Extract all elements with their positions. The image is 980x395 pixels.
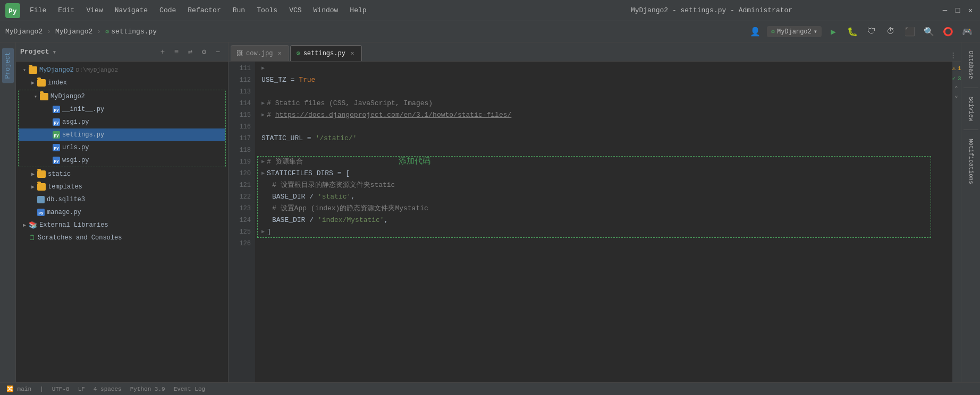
collapse-all-button[interactable]: ≡ [171,46,182,58]
status-indent[interactable]: 4 spaces [91,386,124,392]
tree-item-templates[interactable]: ▶ templates [16,181,228,193]
status-events[interactable]: Event Log [172,386,207,392]
mydjango2-arrow: ▾ [31,93,40,100]
minimize-panel-button[interactable]: − [212,46,224,58]
toolbar: MyDjango2 › MyDjango2 › ⚙ settings.py 👤 … [0,21,980,42]
scroll-chevrons[interactable]: ⌃ ⌄ [952,84,961,100]
run-button[interactable]: ▶ [826,24,841,39]
theme-icon[interactable]: 🎮 [960,24,975,39]
project-tab-label[interactable]: Project [2,48,14,83]
tree-item-asgi[interactable]: py asgi.py [19,116,225,128]
search-button[interactable]: 🔍 [922,24,936,39]
code-line-123[interactable]: # 设置App (index)的静态资源文件夹Mystatic [255,203,952,214]
chevron-up-icon[interactable]: ⌃ [954,85,958,92]
code-line-125[interactable]: ▶ ] [255,226,952,238]
menu-file[interactable]: File [24,4,52,16]
status-encoding[interactable]: UTF-8 [50,386,72,392]
menu-view[interactable]: View [81,4,108,16]
menu-code[interactable]: Code [154,4,181,16]
tree-item-settings[interactable]: py settings.py [19,128,225,141]
tree-item-manage[interactable]: py manage.py [16,206,228,219]
code-121-cmt: # 设置根目录的静态资源文件夹static [272,179,395,191]
code-line-116[interactable] [255,121,952,133]
status-git[interactable]: 🔀 main [4,385,33,392]
code-editor[interactable]: ▶ USE_TZ = True ▶ # Static files (CSS, J… [255,62,952,382]
tab-cow[interactable]: 🖼 cow.jpg ✕ [231,45,289,61]
code-line-114[interactable]: ▶ # Static files (CSS, JavaScript, Image… [255,98,952,109]
scroll-to-source-button[interactable]: ⇄ [184,46,196,58]
breadcrumb-root[interactable]: MyDjango2 [5,28,43,36]
run-config[interactable]: ⚙ MyDjango2 ▾ [767,26,822,37]
tree-item-init[interactable]: py __init__.py [19,103,225,116]
notifications-panel-tab[interactable]: Notifications [966,134,976,188]
fold-arrow-111[interactable]: ▶ [261,63,265,74]
code-line-124[interactable]: BASE_DIR / 'index/Mystatic', [255,214,952,226]
project-settings-icon[interactable]: ⚙ [198,46,210,58]
line-num-114: 114 [229,98,251,109]
status-python[interactable]: Python 3.9 [128,386,167,392]
code-line-118[interactable] [255,144,952,156]
code-line-122[interactable]: BASE_DIR / 'static', [255,191,952,203]
tree-item-index[interactable]: ▶ index [16,76,228,89]
status-line-ending[interactable]: LF [76,386,87,392]
tab-settings[interactable]: ⚙ settings.py ✕ [290,45,361,61]
maximize-button[interactable]: □ [953,6,962,15]
user-icon[interactable]: 👤 [748,24,763,39]
tree-item-wsgi[interactable]: py wsgi.py [19,154,225,167]
breadcrumb-sep-1: › [47,28,51,36]
menu-run[interactable]: Run [227,4,250,16]
code-115-cmt-link[interactable]: https://docs.djangoproject.com/en/3.1/ho… [275,109,512,121]
tree-item-scratches[interactable]: 🗒 Scratches and Consoles [16,231,228,244]
code-line-113[interactable] [255,86,952,98]
index-folder-icon [37,79,46,87]
tree-root[interactable]: ▾ MyDjango2 D:\MyDjango2 [16,64,228,76]
new-file-button[interactable]: + [157,46,168,58]
code-line-117[interactable]: STATIC_URL = '/static/' [255,133,952,144]
minimize-button[interactable]: ─ [941,6,949,15]
settings-tab-close[interactable]: ✕ [349,50,356,57]
project-title-arrow: ▾ [53,48,57,56]
code-124-var: BASE_DIR [272,214,309,226]
breadcrumb-file-name[interactable]: settings.py [111,28,157,36]
menu-tools[interactable]: Tools [251,4,283,16]
highlight-region: ▶ # 资源集合 添加代码 ▶ STATICFILES_DIRS = [ # 设… [255,156,952,238]
tree-item-external[interactable]: ▶ 📚 External Libraries [16,219,228,231]
breadcrumb-project[interactable]: MyDjango2 [55,28,92,36]
menu-edit[interactable]: Edit [53,4,80,16]
tree-item-mydjango2[interactable]: ▾ MyDjango2 [19,90,225,103]
debug-button[interactable]: 🐛 [845,24,860,39]
cow-tab-label: cow.jpg [246,50,273,57]
tree-item-static[interactable]: ▶ static [16,168,228,181]
stop-button[interactable]: ⬛ [902,24,917,39]
mydjango2-highlight-box: ▾ MyDjango2 py __init__.py py asgi.py [18,90,226,167]
coverage-button[interactable]: 🛡 [864,24,879,39]
menu-window[interactable]: Window [308,4,344,16]
menu-refactor[interactable]: Refactor [182,4,226,16]
tab-bar: 🖼 cow.jpg ✕ ⚙ settings.py ✕ ⋮ [229,42,961,62]
line-num-120: 120 [229,168,251,179]
code-line-120[interactable]: ▶ STATICFILES_DIRS = [ [255,168,952,179]
code-line-111[interactable]: ▶ [255,63,952,74]
project-panel-handle[interactable]: Project [0,42,16,382]
code-line-126[interactable] [255,238,952,250]
code-line-115[interactable]: ▶ # https://docs.djangoproject.com/en/3.… [255,109,952,121]
menu-vcs[interactable]: VCS [284,4,307,16]
tree-item-urls[interactable]: py urls.py [19,141,225,154]
code-line-119[interactable]: ▶ # 资源集合 添加代码 [255,156,952,168]
tab-more-button[interactable]: ⋮ [947,49,959,61]
profile-button[interactable]: ⏱ [883,24,898,39]
menu-help[interactable]: Help [344,4,371,16]
code-line-121[interactable]: # 设置根目录的静态资源文件夹static [255,179,952,191]
code-124-comma: , [384,214,388,226]
menu-navigate[interactable]: Navigate [109,4,153,16]
database-panel-tab[interactable]: Database [966,47,976,83]
code-line-112[interactable]: USE_TZ = True [255,74,952,86]
urls-py-icon: py [53,144,60,151]
sciview-panel-tab[interactable]: SciView [966,92,976,125]
settings-icon[interactable]: ⭕ [941,24,956,39]
close-button[interactable]: ✕ [966,6,975,15]
chevron-down-icon[interactable]: ⌄ [954,92,958,99]
cow-tab-close[interactable]: ✕ [276,50,283,57]
tree-item-db[interactable]: db.sqlite3 [16,193,228,206]
root-folder-icon [29,66,37,74]
